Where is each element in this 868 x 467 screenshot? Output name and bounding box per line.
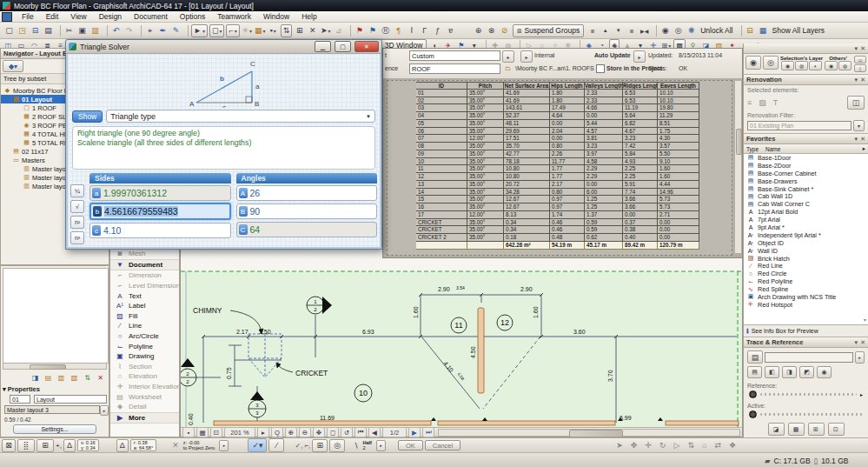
menu-item[interactable]: Teamwork	[211, 11, 257, 23]
open-icon[interactable]: ◳	[16, 24, 29, 37]
square-button[interactable]: n²	[70, 216, 84, 229]
last-page-icon[interactable]: ⏭	[422, 427, 434, 437]
unlock-icon[interactable]: ◎	[672, 24, 685, 37]
layers-extra-2-icon[interactable]: ▯	[854, 64, 866, 72]
layout-drawing-area[interactable]: 2.17 1.50 6.93 2.90 3.54 2.90 3.60 11.69…	[180, 246, 743, 437]
master-layout-menu-icon[interactable]: ▸	[100, 405, 109, 416]
sel-show-icon[interactable]: ◉	[781, 61, 794, 70]
table-row[interactable]: 15 35.00° 12.67 0.97 1.25 3.66 5.73	[416, 196, 701, 203]
table-row[interactable]: 11 35.00° 10.80 1.77 2.29 2.25 1.60	[416, 165, 701, 173]
panel-close-icon[interactable]: ✕	[860, 77, 865, 83]
close-tracker-icon[interactable]: ⊠	[2, 439, 16, 452]
delete-icon[interactable]: ✕	[306, 24, 319, 37]
snap-fraction[interactable]: Half 2	[360, 440, 374, 450]
show-hide-layer-icon[interactable]: ◉	[745, 56, 761, 70]
layer-settings-icon[interactable]: ▦	[254, 24, 267, 37]
virtual-trace-icon[interactable]: ¶	[392, 24, 405, 37]
sel-solo-icon[interactable]: ◐	[809, 61, 822, 70]
favorites-scroll-icon[interactable]: ▾	[864, 317, 866, 323]
section-tool[interactable]: ⌇ Section	[110, 362, 179, 372]
layout-icon[interactable]: ▤	[42, 371, 55, 384]
separator[interactable]	[137, 25, 142, 37]
pen-set-icon[interactable]: ▪	[267, 24, 280, 37]
column-header[interactable]: Eaves Length	[658, 82, 699, 90]
reciprocal-button[interactable]: ¼	[70, 184, 84, 197]
auto-update-label[interactable]: Auto Update	[594, 52, 631, 58]
reference-color-icon[interactable]	[749, 390, 757, 398]
zoom-extent-icon[interactable]: Q	[271, 427, 283, 437]
group-icon[interactable]: ⊕	[472, 24, 485, 37]
favorite-brick-hatch[interactable]: ▨ Brick Hatch	[744, 255, 868, 263]
side-c-field[interactable]: c 4.10	[89, 223, 231, 238]
angle-a-field[interactable]: A 26	[236, 185, 378, 201]
mesh-tool[interactable]: ◙ Mesh	[110, 249, 179, 259]
select-mode-icon[interactable]: ➤	[616, 441, 623, 450]
layer-quick-icon[interactable]: ▦	[196, 427, 209, 437]
fill-tool[interactable]: ▨ Fill	[110, 311, 179, 322]
label-tool[interactable]: A¹ Label	[110, 301, 179, 311]
grid-snap-icon[interactable]: ⊞	[293, 24, 306, 37]
ok-button[interactable]: OK	[398, 440, 423, 450]
trace-source-arrow-icon[interactable]: ▸	[855, 351, 865, 364]
table-row[interactable]: CRICKET 35.00° 0.34 0.46 0.59 0.38 0.00	[416, 226, 701, 234]
elevation-tool[interactable]: ⌂ Elevation	[110, 371, 179, 382]
others-show-icon[interactable]: ◉	[825, 61, 838, 70]
column-header[interactable]: Ridges Length	[623, 82, 658, 90]
next-page-icon[interactable]: ▶	[408, 427, 421, 437]
angle-constraint-icon[interactable]: ✓,	[295, 442, 302, 450]
send-to-back-icon[interactable]: ≣	[625, 24, 638, 37]
table-row[interactable]: 16 35.00° 12.67 0.97 1.25 3.66 5.73	[416, 203, 701, 211]
separator[interactable]	[347, 25, 351, 37]
scheme-field[interactable]: Custom	[409, 50, 500, 61]
column-header[interactable]: Valleys Length	[585, 82, 623, 90]
print-icon[interactable]: ▤	[42, 24, 55, 37]
angle-b-field[interactable]: B 90	[236, 203, 378, 219]
hide-layers-icon[interactable]: ⊟	[744, 24, 757, 37]
parallel-constraint-icon[interactable]: ⌐,	[304, 442, 310, 450]
panel-menu-icon[interactable]: ▾	[855, 339, 858, 346]
favorite-red-polyline[interactable]: ⌙ Red Polyline	[744, 277, 868, 285]
boost-icon[interactable]: ❖	[729, 441, 736, 450]
undo-icon[interactable]: ↶	[109, 24, 123, 37]
favorite-base-corner-cabinet[interactable]: ▤ Base-Corner Cabinet	[744, 170, 868, 177]
roof-schedule-table[interactable]: ID Pitch Net Surface Area Hips Length Va…	[416, 82, 701, 250]
xy-coordinates[interactable]: x: 0.16 y: 0.34	[77, 439, 99, 451]
demolish-icon[interactable]: ▨	[759, 98, 766, 107]
grid-snap-toggle-icon[interactable]: ⊞	[36, 439, 54, 452]
table-row[interactable]: CRICKET 2 35.00° 0.18 0.48 0.62 0.40 0.0…	[416, 234, 701, 242]
renovation-filter-arrow-icon[interactable]: ▾	[853, 120, 865, 131]
trace-frame-icon[interactable]: ⊡	[828, 423, 845, 436]
menu-item[interactable]: Edit	[40, 11, 65, 23]
menu-item[interactable]: File	[16, 11, 40, 23]
table-row[interactable]: 01 35.00° 41.69 1.80 2.33 6.53 10.10	[416, 90, 701, 97]
table-row[interactable]: 02 35.00° 41.69 1.80 2.33 6.53 10.10	[416, 97, 701, 105]
menu-item[interactable]: Design	[93, 11, 128, 23]
favorite-wall-id[interactable]: Aᶫ Wall ID	[744, 247, 868, 255]
offset-icon[interactable]: ⊞	[312, 439, 328, 452]
pencil-icon[interactable]: ∕	[268, 438, 284, 452]
redo-icon[interactable]: ↷	[123, 24, 136, 37]
ra-coord-icon[interactable]: Δ	[116, 439, 129, 452]
cursor-snap-icon[interactable]: ✓▾	[248, 438, 267, 452]
more-section[interactable]: ▶ More	[110, 412, 179, 424]
favorite-9pt-arial[interactable]: A 9pt Arial *	[744, 223, 868, 231]
interior-elevation-tool[interactable]: ✛ Interior Elevation	[110, 382, 179, 392]
table-row[interactable]: 13 35.00° 20.72 2.17 0.00 5.91 4.44	[416, 181, 701, 189]
zoom-out-icon[interactable]: ⊖	[299, 427, 311, 437]
fillet-icon[interactable]: ƒ	[431, 24, 444, 37]
menu-item[interactable]: View	[64, 11, 92, 23]
trace-toggle-icon[interactable]: ▤	[747, 350, 763, 364]
column-header[interactable]: ID	[416, 82, 467, 90]
trace-switch-icon[interactable]: ▤	[747, 366, 762, 378]
layout-preview-area[interactable]	[3, 268, 109, 364]
favorite-red-circle[interactable]: ○ Red Circle	[744, 270, 868, 277]
elevate-icon[interactable]: ⌂	[702, 441, 706, 450]
schedule-vertical-scrollbar[interactable]	[734, 80, 742, 254]
cut-icon[interactable]: ✂	[63, 24, 76, 37]
table-row[interactable]: 06 35.00° 29.69 2.04 4.57 4.67 1.75	[416, 128, 701, 136]
refresh-icon[interactable]: ⇅	[81, 371, 94, 384]
trace-reference-header[interactable]: Trace & Reference ▾ ✕	[744, 337, 868, 348]
renovation-options-icon[interactable]: ◫	[847, 96, 865, 110]
show-layers-icon[interactable]: ▦	[757, 24, 770, 37]
show-all-layers-button[interactable]: Show All Layers	[772, 26, 825, 35]
